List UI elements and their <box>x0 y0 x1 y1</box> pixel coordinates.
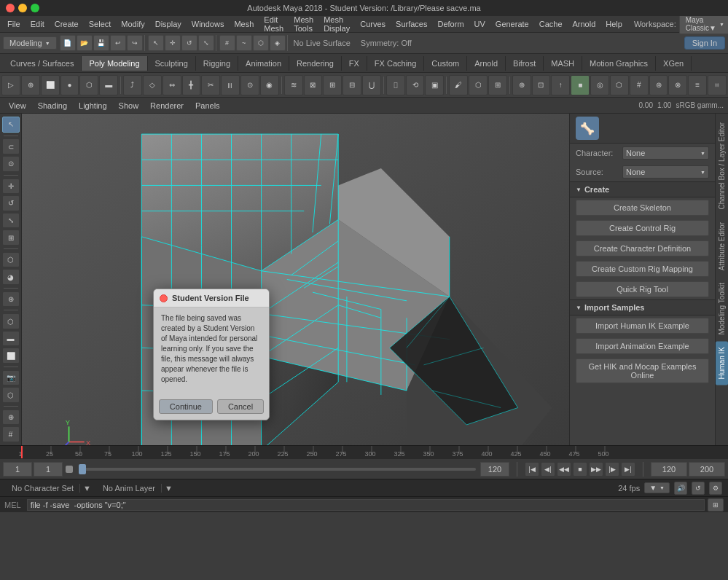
create-char-def-btn[interactable]: Create Character Definition <box>576 240 709 256</box>
snap-point-btn[interactable]: ⬡ <box>253 35 269 51</box>
end-frame-input[interactable] <box>480 462 509 477</box>
ico-wireframe[interactable]: ⬡ <box>610 75 629 95</box>
create-custom-rig-btn[interactable]: Create Custom Rig Mapping <box>576 261 709 277</box>
import-human-ik-btn[interactable]: Import Human IK Example <box>576 318 709 334</box>
menu-curves[interactable]: Curves <box>356 18 390 30</box>
maximize-button[interactable] <box>31 4 39 12</box>
playback-end-input[interactable] <box>651 462 687 477</box>
menu-windows[interactable]: Windows <box>187 18 229 30</box>
shading-menu[interactable]: Shading <box>34 101 71 111</box>
save-scene-btn[interactable]: 💾 <box>93 35 109 51</box>
create-control-rig-btn[interactable]: Create Control Rig <box>576 220 709 236</box>
menu-help[interactable]: Help <box>601 18 627 30</box>
source-dropdown[interactable]: None <box>622 165 709 179</box>
create-skeleton-btn[interactable]: Create Skeleton <box>576 200 709 216</box>
play-forward-btn[interactable]: ▶▶ <box>589 462 603 477</box>
channel-box-tab[interactable]: Channel Box / Layer Editor <box>716 117 728 216</box>
modal-close-btn[interactable] <box>160 294 168 302</box>
menu-deform[interactable]: Deform <box>433 18 468 30</box>
ico-history[interactable]: ⊕ <box>512 75 531 95</box>
ico-boolean[interactable]: ⋃ <box>362 75 381 95</box>
modeling-toolkit-tab[interactable]: Modeling Toolkit <box>716 277 728 341</box>
ico-extrude[interactable]: ⤴ <box>123 75 142 95</box>
soft-mod-btn[interactable]: ⬡ <box>2 252 20 268</box>
ico-insert-edge[interactable]: ⫼ <box>221 75 240 95</box>
camera-tools-btn[interactable]: 📷 <box>2 370 20 386</box>
ico-retopo[interactable]: ⌗ <box>708 75 727 95</box>
ico-select[interactable]: ▷ <box>1 75 20 95</box>
play-back-btn[interactable]: ◀◀ <box>557 462 571 477</box>
paint-select-btn[interactable]: ⊙ <box>2 156 20 172</box>
snap-point-lt-btn[interactable]: ⬡ <box>2 313 20 329</box>
ico-unfold[interactable]: ⟲ <box>406 75 425 95</box>
import-animation-btn[interactable]: Import Animation Example <box>576 338 709 354</box>
ico-fill-hole[interactable]: ◉ <box>260 75 279 95</box>
move-lt-btn[interactable]: ✛ <box>2 179 20 195</box>
ico-sphere[interactable]: ● <box>60 75 79 95</box>
mode-dropdown[interactable]: Modeling <box>3 36 57 50</box>
show-menu[interactable]: Show <box>114 101 144 111</box>
new-scene-btn[interactable]: 📄 <box>60 35 76 51</box>
menu-file[interactable]: File <box>3 18 25 30</box>
menu-uv[interactable]: UV <box>470 18 490 30</box>
menu-create[interactable]: Create <box>50 18 83 30</box>
ico-separate[interactable]: ⊟ <box>343 75 361 95</box>
redo-btn[interactable]: ↪ <box>127 35 143 51</box>
ico-color[interactable]: ■ <box>571 75 590 95</box>
ico-combine[interactable]: ⊞ <box>323 75 342 95</box>
ico-plane[interactable]: ▬ <box>99 75 118 95</box>
tab-custom[interactable]: Custom <box>424 56 467 71</box>
ico-isolate[interactable]: ◎ <box>590 75 609 95</box>
ico-smooth[interactable]: ≋ <box>284 75 303 95</box>
menu-generate[interactable]: Generate <box>491 18 533 30</box>
snap-edge-lt-btn[interactable]: ▬ <box>2 331 20 347</box>
snap-curve-btn[interactable]: ~ <box>236 35 252 51</box>
get-hik-online-btn[interactable]: Get HIK and Mocap Examples Online <box>576 358 709 383</box>
menu-select[interactable]: Select <box>85 18 116 30</box>
menu-mesh-tools[interactable]: Mesh Tools <box>289 14 318 34</box>
ico-bevel[interactable]: ◇ <box>143 75 162 95</box>
select-mode-btn[interactable]: ↖ <box>2 117 20 133</box>
grid-lt-btn[interactable]: # <box>2 426 20 442</box>
tab-rendering[interactable]: Rendering <box>289 56 342 71</box>
view-menu[interactable]: View <box>4 101 31 111</box>
menu-display[interactable]: Display <box>151 18 186 30</box>
workspace-dropdown[interactable]: Maya Classic▼ <box>679 14 728 34</box>
lasso-select-btn[interactable]: ⊂ <box>2 138 20 154</box>
command-input[interactable] <box>27 499 705 511</box>
menu-cache[interactable]: Cache <box>535 18 567 30</box>
menu-edit-mesh[interactable]: Edit Mesh <box>259 14 288 34</box>
ico-normals[interactable]: ↑ <box>551 75 570 95</box>
ico-uv[interactable]: ⌷ <box>386 75 405 95</box>
ico-display[interactable]: ⊡ <box>532 75 551 95</box>
character-dropdown[interactable]: None <box>622 146 709 160</box>
menu-edit[interactable]: Edit <box>26 18 49 30</box>
tab-arnold[interactable]: Arnold <box>467 56 506 71</box>
go-end-btn[interactable]: ▶| <box>621 462 635 477</box>
sign-in-button[interactable]: Sign In <box>684 36 725 50</box>
script-editor-btn[interactable]: ⊞ <box>708 498 724 512</box>
ico-transform[interactable]: ⊕ <box>21 75 40 95</box>
lighting-menu[interactable]: Lighting <box>74 101 111 111</box>
fps-dropdown[interactable]: ▼ <box>644 482 670 493</box>
menu-arnold[interactable]: Arnold <box>568 18 600 30</box>
step-back-btn[interactable]: ◀| <box>541 462 555 477</box>
menu-mesh[interactable]: Mesh <box>230 18 258 30</box>
tab-mash[interactable]: MASH <box>544 56 582 71</box>
tab-curves-surfaces[interactable]: Curves / Surfaces <box>3 56 82 71</box>
import-section-header[interactable]: ▼ Import Samples <box>570 299 715 316</box>
range-start-indicator[interactable] <box>66 466 73 473</box>
menu-modify[interactable]: Modify <box>117 18 149 30</box>
go-start-btn[interactable]: |◀ <box>525 462 539 477</box>
tab-fx[interactable]: FX <box>342 56 367 71</box>
snap-face-lt-btn[interactable]: ⬜ <box>2 348 20 364</box>
tab-rigging[interactable]: Rigging <box>196 56 238 71</box>
playback-settings-btn[interactable]: ⚙ <box>709 482 722 495</box>
tab-motion-graphics[interactable]: Motion Graphics <box>582 56 656 71</box>
ico-symmetry[interactable]: ⊞ <box>488 75 507 95</box>
playback-range-end-input[interactable] <box>689 462 725 477</box>
rotate-tool-btn[interactable]: ↺ <box>181 35 197 51</box>
menu-surfaces[interactable]: Surfaces <box>391 18 431 30</box>
tab-fx-caching[interactable]: FX Caching <box>367 56 424 71</box>
ico-paint[interactable]: 🖌 <box>449 75 468 95</box>
